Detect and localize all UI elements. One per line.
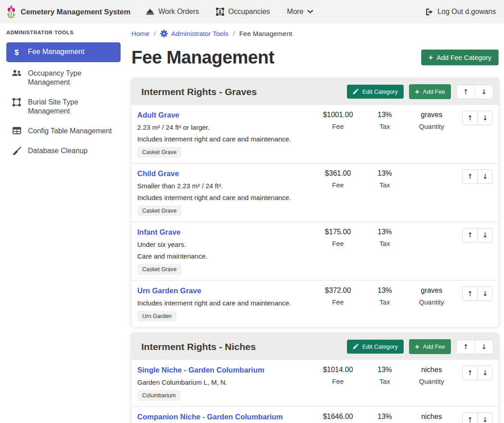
fee-description: Includes interment right and care and ma… <box>137 299 315 307</box>
move-fee-up-button[interactable]: ↑ <box>463 366 477 380</box>
fee-description: Under six years. <box>137 241 315 248</box>
fee-name-link[interactable]: Companion Niche - Garden Columbarium <box>137 413 283 421</box>
fee-tax-column: 13% Tax <box>361 169 408 189</box>
fee-tax-column: 13% Tax <box>361 366 408 385</box>
logout-icon <box>425 8 433 16</box>
move-fee-down-button[interactable]: ↓ <box>477 366 492 380</box>
top-navbar: Cemetery Management System Work Orders <box>0 0 504 23</box>
fee-quantity-column: graves Quantity <box>408 287 455 306</box>
nav-work-orders[interactable]: Work Orders <box>146 8 199 16</box>
move-category-down-button[interactable]: ↓ <box>475 85 493 99</box>
fee-description: Smaller than 2.23 m² / 24 ft². <box>137 182 315 190</box>
fee-description: Includes interment right and care and ma… <box>137 194 315 201</box>
fee-tax-column: 13% Tax <box>361 287 408 306</box>
fee-tag: Casket Grave <box>137 264 181 275</box>
move-fee-up-button[interactable]: ↑ <box>463 413 477 423</box>
fee-tax-label: Tax <box>361 240 408 247</box>
pencil-icon <box>353 89 359 95</box>
fee-quantity: niches <box>408 413 455 421</box>
fee-tax-column: 13% Tax <box>361 413 408 423</box>
sidebar-item-fee-management[interactable]: $ Fee Management <box>6 42 121 62</box>
gear-icon <box>160 30 168 37</box>
fee-rows: Adult Grave 2.23 m² / 24 ft² or larger.I… <box>131 105 499 327</box>
category-reorder-group: ↑ ↓ <box>456 340 493 354</box>
move-fee-down-button[interactable]: ↓ <box>477 287 492 300</box>
breadcrumb-separator: / <box>154 30 156 37</box>
fee-quantity-column: graves Quantity <box>408 111 455 130</box>
fee-amount-column: $372.00 Fee <box>315 287 361 306</box>
fee-quantity-column: niches Quantity <box>408 366 455 385</box>
move-fee-up-button[interactable]: ↑ <box>463 111 477 125</box>
breadcrumb-separator: / <box>233 30 234 37</box>
fee-category-card: Interment Rights - Niches Edit Category … <box>131 333 499 423</box>
fee-reorder-group: ↑ ↓ <box>462 169 493 184</box>
fee-name-link[interactable]: Urn Garden Grave <box>137 287 201 295</box>
move-fee-down-button[interactable]: ↓ <box>477 228 492 242</box>
nav-more[interactable]: More <box>287 8 313 16</box>
sidebar-item-config-table-management[interactable]: Config Table Management <box>6 123 121 140</box>
fee-tax-label: Tax <box>361 181 408 189</box>
app-title: Cemetery Management System <box>21 8 130 16</box>
fee-tax-label: Tax <box>361 298 408 306</box>
pencil-icon <box>353 344 359 350</box>
breadcrumb-home-link[interactable]: Home <box>131 30 149 37</box>
sidebar-item-database-cleanup[interactable]: Database Cleanup <box>6 142 121 159</box>
fee-amount-label: Fee <box>315 298 361 306</box>
fee-tag: Urn Garden <box>137 311 176 322</box>
sidebar-item-occupancy-type-management[interactable]: Occupancy Type Management <box>6 65 121 91</box>
move-fee-up-button[interactable]: ↑ <box>463 287 477 300</box>
fee-amount-label: Fee <box>315 123 361 130</box>
fee-tax-column: 13% Tax <box>361 228 408 247</box>
people-icon <box>12 69 22 77</box>
fee-descriptions: 2.23 m² / 24 ft² or larger.Includes inte… <box>137 123 315 143</box>
fee-row: Adult Grave 2.23 m² / 24 ft² or larger.I… <box>131 105 499 164</box>
move-fee-down-button[interactable]: ↓ <box>477 170 492 183</box>
add-fee-button[interactable]: + Add Fee <box>409 339 451 354</box>
move-category-up-button[interactable]: ↑ <box>457 340 475 354</box>
hard-hat-icon <box>146 8 154 15</box>
fee-tag: Casket Grave <box>137 205 181 216</box>
move-category-up-button[interactable]: ↑ <box>457 85 475 99</box>
fee-name-link[interactable]: Adult Grave <box>137 111 180 119</box>
move-fee-up-button[interactable]: ↑ <box>463 170 477 183</box>
plus-icon: + <box>428 54 433 61</box>
fee-description: Garden Columbarium L, M, N. <box>137 378 315 386</box>
plus-icon: + <box>415 88 419 96</box>
add-fee-category-button[interactable]: + Add Fee Category <box>421 50 499 65</box>
move-fee-down-button[interactable]: ↓ <box>477 111 492 125</box>
fee-amount-label: Fee <box>315 378 361 385</box>
fee-descriptions: Under six years.Care and maintenance. <box>137 241 315 260</box>
fee-name-link[interactable]: Single Niche - Garden Columbarium <box>137 366 264 374</box>
edit-category-button[interactable]: Edit Category <box>347 340 404 354</box>
edit-category-button[interactable]: Edit Category <box>347 85 404 99</box>
fee-amount-column: $1001.00 Fee <box>315 111 361 130</box>
breadcrumb: Home / Administrator Tool <box>131 30 499 37</box>
fee-category-header: Interment Rights - Graves Edit Category … <box>131 78 499 105</box>
move-fee-up-button[interactable]: ↑ <box>463 228 477 242</box>
fee-tax: 13% <box>361 228 408 236</box>
fee-row: Urn Garden Grave Includes interment righ… <box>131 281 499 327</box>
broom-icon <box>12 147 22 155</box>
fee-name-link[interactable]: Infant Grave <box>137 228 180 237</box>
fee-amount: $372.00 <box>315 287 361 295</box>
fee-amount-column: $175.00 Fee <box>315 228 361 247</box>
sidebar-item-burial-site-type-management[interactable]: Burial Site Type Management <box>6 94 121 120</box>
fee-name-link[interactable]: Child Grave <box>137 169 179 178</box>
sidebar-section-title: ADMINISTRATOR TOOLS <box>6 30 121 35</box>
fee-tax: 13% <box>361 111 408 119</box>
top-nav: Work Orders Occupancies More <box>146 8 313 16</box>
fee-tag: Columbarium <box>137 390 180 401</box>
fee-category-card: Interment Rights - Graves Edit Category … <box>131 78 499 327</box>
move-category-down-button[interactable]: ↓ <box>475 340 493 354</box>
logout-button[interactable]: Log Out d.gowans <box>425 8 496 16</box>
breadcrumb-admin-tools-link[interactable]: Administrator Tools <box>160 30 228 37</box>
fee-tax-label: Tax <box>361 378 408 385</box>
tulip-logo-icon <box>5 5 17 18</box>
fee-amount: $1001.00 <box>315 111 361 119</box>
move-fee-down-button[interactable]: ↓ <box>477 413 492 423</box>
fee-amount-column: $1646.00 Fee <box>315 413 361 423</box>
fee-amount-column: $1014.00 Fee <box>315 366 361 385</box>
page-title: Fee Management <box>131 47 274 68</box>
nav-occupancies[interactable]: Occupancies <box>216 8 270 16</box>
add-fee-button[interactable]: + Add Fee <box>409 84 451 99</box>
